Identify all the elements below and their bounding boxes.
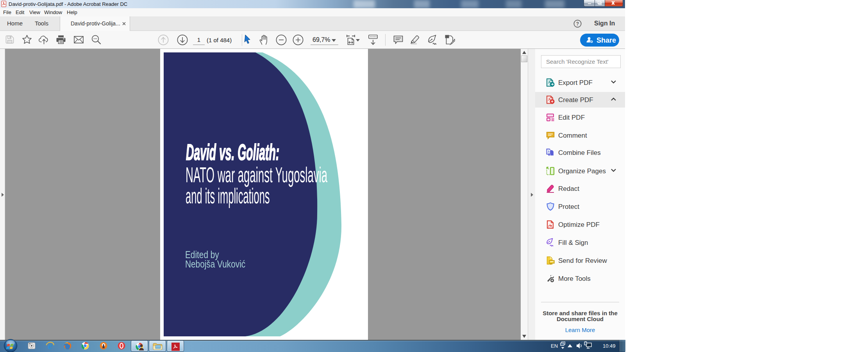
svg-text:?: ?	[576, 21, 579, 27]
